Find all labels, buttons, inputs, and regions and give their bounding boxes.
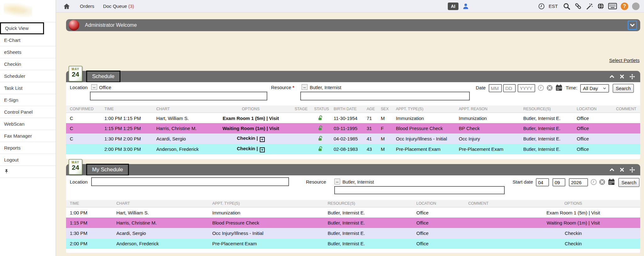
options-link[interactable]: Waiting Room (1m) | Visit <box>547 220 600 225</box>
unlocked-icon[interactable] <box>318 135 323 141</box>
calendar-picker-icon[interactable] <box>608 178 615 185</box>
cell-appt-reason: Immunization <box>455 113 519 123</box>
sidebar-pin-button[interactable] <box>0 166 56 178</box>
sidebar-item-webscan[interactable]: WebScan <box>0 118 56 130</box>
collapse-portlet-icon[interactable] <box>609 74 615 80</box>
globe-icon[interactable] <box>597 3 604 10</box>
required-asterisk: * <box>292 85 294 90</box>
select-portlets-link[interactable]: Select Portlets <box>609 58 640 63</box>
sidebar-item-checkin[interactable]: Checkin <box>0 58 56 70</box>
resource-collapse-button[interactable]: – <box>302 84 308 90</box>
clear-date-icon[interactable] <box>546 84 553 91</box>
options-link[interactable]: Exam Room 1 (5m) | Visit <box>223 116 279 121</box>
appointment-row[interactable]: C1:00 PM 1:15 PMHart, William S.Exam Roo… <box>66 113 640 123</box>
date-day-input[interactable] <box>503 84 516 92</box>
expand-plus-icon[interactable]: + <box>260 137 265 142</box>
close-portlet-icon[interactable] <box>619 167 625 173</box>
cell-sex: M <box>377 113 392 123</box>
date-month-input[interactable] <box>489 84 502 92</box>
status-dot-icon[interactable] <box>632 3 640 10</box>
options-link[interactable]: Checkin <box>565 230 582 236</box>
unlocked-icon[interactable] <box>318 125 323 131</box>
options-link[interactable]: Waiting Room (1m) | Visit <box>222 126 279 131</box>
ai-badge[interactable]: AI <box>448 3 458 10</box>
options-link[interactable]: Exam Room 1 (5m) | Visit <box>547 210 600 215</box>
sidebar-item-reports[interactable]: Reports <box>0 142 56 154</box>
nav-orders[interactable]: Orders <box>80 3 94 9</box>
date-year-input[interactable] <box>518 84 535 92</box>
calendar-picker-icon[interactable] <box>555 84 563 91</box>
schedule-search-button[interactable]: Search <box>613 84 634 93</box>
location-collapse-button[interactable]: – <box>91 84 97 90</box>
sidebar-item-fax-manager[interactable]: Fax Manager <box>0 130 56 142</box>
sidebar-item-esheets[interactable]: eSheets <box>0 46 56 58</box>
options-link[interactable]: Checkin | <box>237 135 258 141</box>
sidebar-item-logout[interactable]: Logout <box>0 154 56 166</box>
resource-input[interactable] <box>334 186 505 194</box>
sidebar-item-e-sign[interactable]: E-Sign <box>0 94 56 106</box>
user-icon[interactable] <box>462 3 469 10</box>
resource-value: Butler, Internist <box>342 179 374 185</box>
time-select[interactable]: All Day <box>580 84 609 93</box>
appointment-row[interactable]: 2:00 PM 3:00 PMAnderson, FrederickChecki… <box>66 144 640 154</box>
unlocked-icon[interactable] <box>318 146 323 151</box>
options-link[interactable]: Checkin | <box>237 146 258 151</box>
collapse-portlet-icon[interactable] <box>609 167 615 173</box>
home-icon[interactable] <box>63 3 70 10</box>
location-input[interactable] <box>90 92 267 100</box>
cell-location: Office <box>413 238 464 249</box>
keyboard-icon[interactable] <box>608 3 617 9</box>
sidebar-item-control-panel[interactable]: Control Panel <box>0 106 56 118</box>
appointment-row[interactable]: 1:00 PMHart, William S.ImmunizationButle… <box>66 207 640 218</box>
wand-icon[interactable] <box>586 3 593 10</box>
schedule-table-body: C1:00 PM 1:15 PMHart, William S.Exam Roo… <box>66 113 640 154</box>
search-icon[interactable] <box>563 3 570 10</box>
cell-resources: Butler, Internist E. <box>324 207 413 218</box>
appointment-row[interactable]: 1:15 PMHarris, Christine M.Blood Pressur… <box>66 218 640 228</box>
calendar-day: 24 <box>72 164 79 171</box>
column-header-time: TIME <box>66 200 113 207</box>
resource-collapse-button[interactable]: – <box>334 179 340 185</box>
start-date-month-input[interactable] <box>536 178 549 186</box>
clear-date-icon[interactable] <box>599 179 606 185</box>
start-date-year-input[interactable] <box>569 178 588 186</box>
nav-doc-queue[interactable]: Doc Queue (3) <box>103 3 134 9</box>
status-orb-icon <box>69 20 79 31</box>
appointment-row[interactable]: 2:00 PMAnderson, FrederickPre-Placement … <box>66 238 640 249</box>
start-date-label: Start date <box>513 179 533 185</box>
clock-icon[interactable] <box>538 3 545 10</box>
sidebar-item-task-list[interactable]: Task List <box>0 82 56 94</box>
sidebar-item-scheduler[interactable]: Scheduler <box>0 70 56 82</box>
portlet-controls <box>609 74 635 80</box>
appointment-row[interactable]: C1:15 PM 1:25 PMHarris, Christine M.Wait… <box>66 123 640 134</box>
cell-comment <box>612 113 640 123</box>
my-schedule-portlet-title[interactable]: My Schedule <box>86 164 129 176</box>
location-input[interactable] <box>91 177 289 186</box>
my-schedule-portlet-header: MAY 24 My Schedule <box>66 164 640 175</box>
cell-comment <box>612 144 640 154</box>
move-portlet-icon[interactable] <box>629 167 635 173</box>
resource-input[interactable] <box>300 92 470 100</box>
time-picker-icon[interactable] <box>590 179 597 185</box>
schedule-filters: Location – Office Resource* – Butler, In… <box>66 82 640 104</box>
options-link[interactable]: Checkin <box>565 241 582 246</box>
sidebar-menu: Quick ViewE-CharteSheetsCheckinScheduler… <box>0 22 56 166</box>
resource-label: Resource <box>306 179 326 185</box>
start-date-day-input[interactable] <box>552 178 565 186</box>
schedule-portlet-title[interactable]: Schedule <box>86 71 120 82</box>
my-schedule-search-button[interactable]: Search <box>618 178 640 187</box>
sidebar-item-quick-view[interactable]: Quick View <box>0 22 44 34</box>
close-portlet-icon[interactable] <box>619 74 625 80</box>
unlocked-icon[interactable] <box>318 115 323 121</box>
link-icon[interactable] <box>574 2 582 10</box>
cell-comment <box>464 218 506 228</box>
cell-time: 1:00 PM 1:15 PM <box>101 113 153 123</box>
move-portlet-icon[interactable] <box>629 74 635 80</box>
time-picker-icon[interactable] <box>537 84 544 91</box>
appointment-row[interactable]: 1:30 PMAcardi, SergioOcc Injury/Illness … <box>66 228 640 238</box>
expand-plus-icon[interactable]: + <box>260 147 265 152</box>
help-icon[interactable]: ? <box>621 3 628 10</box>
collapse-welcome-button[interactable] <box>628 20 637 30</box>
sidebar-item-e-chart[interactable]: E-Chart <box>0 34 56 46</box>
appointment-row[interactable]: C1:30 PM 2:00 PMAcardi, SergioCheckin |+… <box>66 134 640 144</box>
